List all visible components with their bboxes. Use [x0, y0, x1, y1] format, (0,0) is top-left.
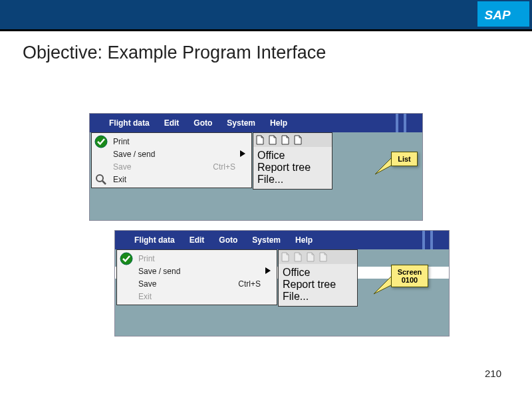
callout-list: List	[391, 152, 418, 166]
svg-marker-7	[265, 267, 271, 274]
document-icon[interactable]	[280, 134, 291, 146]
window-decoration	[390, 114, 421, 132]
shortcut-label: Ctrl+S	[213, 162, 235, 172]
shortcut-label: Ctrl+S	[238, 279, 261, 289]
menu-item-save-send[interactable]: Save / send	[94, 148, 249, 160]
submenu-report-tree: Report tree	[283, 279, 353, 291]
svg-marker-9	[374, 275, 392, 294]
menu-bar: Flight data Edit Goto System Help	[115, 231, 449, 249]
svg-text:SAP: SAP	[485, 8, 511, 22]
callout-screen-0100: Screen0100	[391, 265, 428, 287]
svg-marker-5	[240, 150, 245, 157]
menu-item-save-send[interactable]: Save / send	[120, 265, 274, 277]
app-window-list: Flight data Edit Goto System Help Print …	[89, 113, 423, 221]
menu-system[interactable]: System	[245, 235, 288, 245]
document-icon[interactable]	[293, 134, 304, 146]
submenu-report-tree[interactable]: Report tree	[257, 162, 328, 174]
menu-edit[interactable]: Edit	[157, 118, 187, 128]
submenu-file[interactable]: File...	[257, 174, 328, 186]
document-icon	[305, 251, 317, 263]
submenu-file: File...	[283, 291, 353, 303]
top-header-bar: SAP	[0, 0, 532, 29]
menu-help[interactable]: Help	[263, 118, 295, 128]
header-underline	[0, 29, 532, 31]
page-number: 210	[485, 368, 501, 379]
save-send-submenu: Office Report tree File...	[278, 264, 358, 307]
save-send-submenu: Office Report tree File...	[253, 147, 332, 190]
window-decoration	[417, 231, 448, 249]
menu-item-save[interactable]: SaveCtrl+S	[120, 277, 274, 290]
submenu-toolbar	[278, 249, 358, 264]
menu-edit[interactable]: Edit	[182, 235, 212, 245]
menu-flight-data[interactable]: Flight data	[102, 118, 157, 128]
menu-item-print: Print	[120, 252, 274, 265]
menu-item-exit[interactable]: Exit	[94, 173, 249, 186]
menu-item-exit: Exit	[120, 290, 274, 303]
menu-help[interactable]: Help	[288, 235, 320, 245]
submenu-office: Office	[283, 267, 353, 279]
menu-item-print[interactable]: Print	[94, 135, 249, 148]
submenu-toolbar	[253, 132, 332, 147]
submenu-arrow-icon	[265, 267, 271, 277]
menu-flight-data[interactable]: Flight data	[127, 235, 182, 245]
document-icon	[318, 251, 329, 263]
document-icon[interactable]	[267, 134, 279, 146]
sap-logo: SAP	[477, 1, 529, 27]
flight-data-dropdown: Print Save / send SaveCtrl+S Exit	[91, 132, 252, 188]
submenu-office[interactable]: Office	[257, 150, 328, 162]
document-icon	[280, 251, 291, 263]
menu-system[interactable]: System	[219, 118, 263, 128]
document-icon	[293, 251, 304, 263]
menu-item-save: SaveCtrl+S	[94, 160, 249, 173]
menu-bar: Flight data Edit Goto System Help	[90, 114, 422, 132]
submenu-arrow-icon	[239, 150, 246, 160]
flight-data-dropdown: Print Save / send SaveCtrl+S Exit	[116, 249, 277, 305]
svg-marker-8	[375, 157, 392, 174]
page-title: Objective: Example Program Interface	[23, 43, 326, 63]
menu-goto[interactable]: Goto	[211, 235, 245, 245]
menu-goto[interactable]: Goto	[186, 118, 219, 128]
document-icon[interactable]	[255, 134, 266, 146]
